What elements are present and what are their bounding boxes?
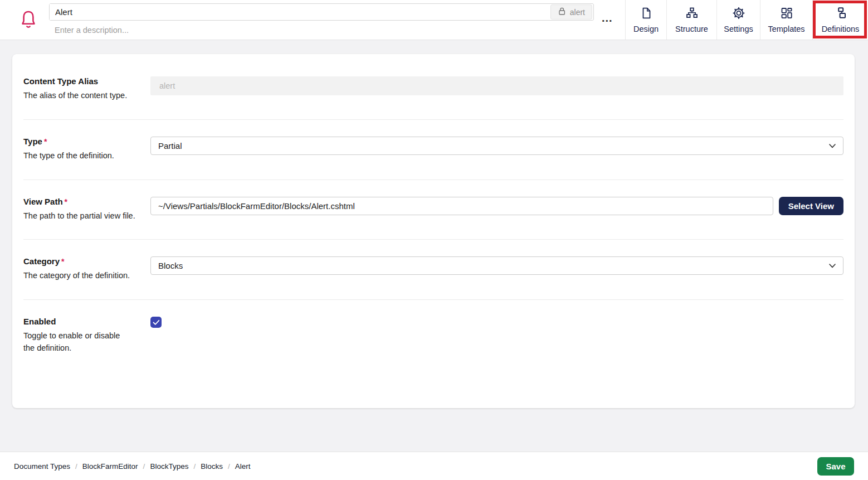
field-row-type: Type* The type of the definition. Partia… [23, 119, 843, 180]
field-description: The path to the partial view file. [23, 210, 140, 222]
type-select-value: Partial [158, 141, 182, 151]
field-description: The type of the definition. [23, 150, 140, 162]
footer-bar: Document Types / BlockFarmEditor / Block… [0, 452, 868, 480]
field-label: Enabled [23, 317, 140, 326]
field-label-block: View Path* The path to the partial view … [23, 197, 150, 222]
definitions-icon [834, 6, 847, 22]
field-control [150, 76, 843, 102]
check-icon [153, 319, 160, 326]
grid-icon [780, 6, 793, 22]
required-marker: * [61, 257, 64, 266]
field-row-view-path: View Path* The path to the partial view … [23, 180, 843, 240]
field-description: Toggle to enable or disable the definiti… [23, 330, 133, 355]
title-input-wrap: alert [49, 3, 594, 21]
field-description: The alias of the content type. [23, 90, 140, 102]
tab-templates[interactable]: Templates [760, 0, 812, 40]
breadcrumb: Document Types / BlockFarmEditor / Block… [14, 462, 250, 471]
breadcrumb-item[interactable]: Document Types [14, 462, 70, 471]
field-label-block: Enabled Toggle to enable or disable the … [23, 317, 150, 355]
field-label: View Path* [23, 197, 140, 206]
sitemap-icon [685, 6, 699, 22]
breadcrumb-item[interactable]: Blocks [201, 462, 223, 471]
tab-design[interactable]: Design [625, 0, 666, 40]
alias-badge-label: alert [570, 8, 585, 17]
field-control: Partial [150, 137, 843, 162]
field-label-block: Content Type Alias The alias of the cont… [23, 76, 150, 102]
tab-structure[interactable]: Structure [666, 0, 716, 40]
tab-label: Templates [768, 25, 804, 33]
field-control: Select View [150, 197, 843, 222]
document-icon [640, 6, 653, 22]
field-row-enabled: Enabled Toggle to enable or disable the … [23, 299, 843, 386]
category-select[interactable]: Blocks [150, 256, 843, 275]
field-control [150, 317, 843, 355]
header: alert ... Design [0, 0, 868, 40]
tab-bar: Design Structure [625, 0, 868, 40]
breadcrumb-separator: / [143, 462, 145, 471]
content-type-icon-wrap[interactable] [0, 0, 49, 40]
required-marker: * [44, 137, 47, 146]
tab-label: Structure [675, 25, 708, 33]
field-label-block: Category* The category of the definition… [23, 256, 150, 282]
more-options-button[interactable]: ... [602, 12, 613, 23]
chevron-down-icon [829, 264, 836, 268]
field-control: Blocks [150, 256, 843, 282]
field-row-category: Category* The category of the definition… [23, 239, 843, 299]
workspace-body: Content Type Alias The alias of the cont… [0, 41, 868, 452]
content-type-alias-input [150, 76, 843, 95]
breadcrumb-separator: / [193, 462, 196, 471]
tab-settings[interactable]: Settings [716, 0, 760, 40]
tab-label: Design [633, 25, 659, 33]
field-label: Category* [23, 256, 140, 266]
enabled-checkbox[interactable] [150, 317, 162, 328]
save-button[interactable]: Save [817, 457, 854, 476]
bell-icon [19, 8, 38, 33]
breadcrumb-separator: / [228, 462, 230, 471]
gear-icon [732, 6, 745, 22]
tab-label: Definitions [822, 25, 860, 33]
tab-definitions[interactable]: Definitions [812, 0, 868, 40]
alias-badge[interactable]: alert [550, 4, 592, 20]
field-description: The category of the definition. [23, 270, 140, 282]
field-label-block: Type* The type of the definition. [23, 137, 150, 162]
field-label: Content Type Alias [23, 76, 140, 86]
description-input[interactable] [49, 26, 376, 35]
title-input[interactable] [50, 4, 550, 20]
lock-icon [558, 7, 566, 17]
select-view-button[interactable]: Select View [779, 197, 843, 215]
title-block: alert [49, 0, 594, 40]
tab-label: Settings [724, 25, 753, 33]
category-select-value: Blocks [158, 261, 183, 270]
breadcrumb-separator: / [75, 462, 77, 471]
type-select[interactable]: Partial [150, 137, 843, 155]
definitions-form-card: Content Type Alias The alias of the cont… [12, 54, 855, 408]
chevron-down-icon [829, 144, 836, 148]
breadcrumb-item[interactable]: BlockTypes [150, 462, 188, 471]
breadcrumb-item[interactable]: BlockFarmEditor [82, 462, 138, 471]
field-label: Type* [23, 137, 140, 146]
field-row-content-type-alias: Content Type Alias The alias of the cont… [23, 60, 843, 119]
view-path-input[interactable] [150, 197, 773, 215]
required-marker: * [65, 197, 67, 206]
breadcrumb-item-current[interactable]: Alert [235, 462, 251, 471]
